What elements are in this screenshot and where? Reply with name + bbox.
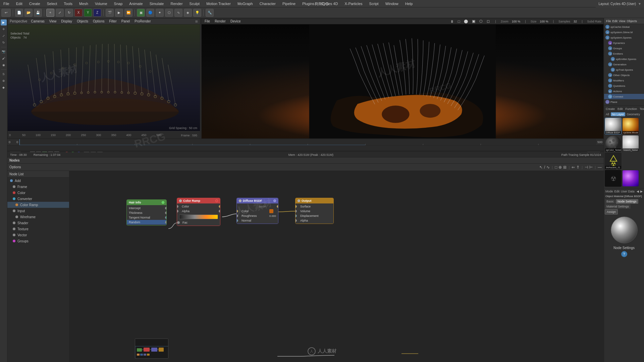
menu-pipeline[interactable]: Pipeline <box>281 1 297 6</box>
vp-menu-view[interactable]: View <box>48 19 58 23</box>
toolbar-btn-generator[interactable]: ⬡ <box>165 9 173 17</box>
mat-edit-btn[interactable]: Edit <box>616 107 624 111</box>
color-ramp-title-socket[interactable] <box>179 199 182 202</box>
viewport-render[interactable]: File Render Device ⏸ □ ⬤ ▣ ⬡ ◻ | Zoom 10… <box>201 18 604 139</box>
node-minimap[interactable] <box>135 339 168 359</box>
menu-sculpt[interactable]: Sculpt <box>188 1 201 6</box>
menu-mograph[interactable]: MoGraph <box>236 1 254 6</box>
toolbar-btn-rotate[interactable]: ↻ <box>65 9 73 17</box>
node-tool-line[interactable]: / <box>544 165 545 170</box>
vp-menu-options[interactable]: Options <box>92 19 105 23</box>
scene-item-connect[interactable]: ⊕ Connect <box>604 94 644 99</box>
node-tool-grid[interactable]: ⊞ <box>563 165 567 170</box>
menu-file[interactable]: File <box>2 1 11 6</box>
render-crop-btn[interactable]: ▣ <box>471 18 476 24</box>
toolbar-btn-object[interactable]: ▣ <box>137 9 145 17</box>
menu-render[interactable]: Render <box>169 1 184 6</box>
node-list-converter[interactable]: Converter <box>7 196 69 202</box>
render-menu-device[interactable]: Device <box>229 19 242 23</box>
node-color-ramp[interactable]: Color Ramp Color Alpha <box>177 198 220 226</box>
scene-item-other-objects[interactable]: ⊕ Other Objects <box>604 72 644 78</box>
node-hair-info[interactable]: Hair Info Intercept Thickness Tangent No… <box>126 199 167 226</box>
node-options-label[interactable]: Options <box>9 165 21 169</box>
toolbar-btn-deform[interactable]: ✦ <box>156 9 164 17</box>
menu-edit[interactable]: Edit <box>15 1 24 6</box>
tab-node-settings[interactable]: Node Settings <box>616 199 638 204</box>
node-output[interactable]: Output Surface Volume Displacement <box>295 198 334 224</box>
node-tool-circle[interactable]: ⊕ <box>558 165 562 170</box>
scene-item-slime[interactable]: ⊕ xpSystem.Slime.M <box>604 29 644 35</box>
left-tool-magnet[interactable]: ⊕ <box>1 78 7 84</box>
menu-motion-tracker[interactable]: Motion Tracker <box>205 1 232 6</box>
toolbar-btn-render[interactable]: ▶ <box>115 9 123 17</box>
scene-item-groups[interactable]: ⊕ Groups <box>604 46 644 51</box>
toolbar-btn-save[interactable]: 💾 <box>34 9 42 17</box>
vp-menu-display[interactable]: Display <box>60 19 73 23</box>
render-menu-render[interactable]: Render <box>214 19 227 23</box>
vp-menu-prorender[interactable]: ProRender <box>133 19 152 23</box>
left-tool-scale[interactable]: ⤢ <box>1 33 7 39</box>
node-tool-align-h[interactable]: ⇐ <box>572 165 575 170</box>
toolbar-btn-x[interactable]: X <box>74 9 83 17</box>
timeline-ruler[interactable] <box>19 139 596 145</box>
menu-select[interactable]: Select <box>46 1 59 6</box>
viewport-size-btn[interactable]: ⊞ <box>195 20 198 23</box>
mat-filter-all[interactable]: All <box>605 112 610 116</box>
menu-xparticles[interactable]: X-Particles <box>343 1 364 6</box>
node-diffuse-bsdf[interactable]: Diffuse BSDF BSDF Color Roug <box>236 198 278 224</box>
tab-material-settings[interactable]: Material Settings <box>605 204 631 209</box>
menu-mesh[interactable]: Mesh <box>78 1 90 6</box>
diffuse-input-socket[interactable] <box>239 199 241 202</box>
mat-create-btn[interactable]: Create <box>605 107 616 111</box>
right-menu-view[interactable]: View <box>619 19 625 23</box>
toolbar-btn-material[interactable]: 🔵 <box>146 9 154 17</box>
node-list-color-ramp[interactable]: Color Ramp <box>7 202 69 208</box>
left-tool-sculpt[interactable]: ◉ <box>1 62 7 68</box>
toolbar-btn-light[interactable]: 💡 <box>193 9 201 17</box>
node-list-texture[interactable]: Texture <box>7 226 69 232</box>
scene-item-dynamics[interactable]: ◆ Dynamics <box>604 40 644 46</box>
menu-script[interactable]: Script <box>368 1 380 6</box>
menu-help[interactable]: Help <box>404 1 414 6</box>
viewport-top-left[interactable]: Perspective Cameras View Display Objects… <box>7 18 200 139</box>
toolbar-btn-scale[interactable]: ⤢ <box>56 9 64 17</box>
output-input-socket[interactable] <box>298 199 300 202</box>
scene-item-xpcache[interactable]: ⊕ xpCache.Global <box>604 24 644 29</box>
toolbar-btn-z[interactable]: Z <box>93 9 101 17</box>
node-list-color[interactable]: Color <box>7 190 69 196</box>
node-list-frame[interactable]: Frame <box>7 184 69 190</box>
node-tool-bezier[interactable]: ∿ <box>546 165 550 170</box>
render-stop-btn[interactable]: □ <box>457 19 461 24</box>
tab-assign[interactable]: Assign <box>605 209 618 215</box>
toolbar-btn-move[interactable]: + <box>46 9 54 17</box>
scene-item-generation[interactable]: ⊕ Generation <box>604 62 644 67</box>
mat-bottom-userdata[interactable]: User Data <box>621 190 635 193</box>
node-list-shader[interactable]: Shader <box>7 220 69 226</box>
render-play-btn[interactable]: ⬤ <box>463 18 469 24</box>
vp-menu-cameras[interactable]: Cameras <box>30 19 46 23</box>
mat-function-btn[interactable]: Function <box>625 107 638 111</box>
scene-item-questions[interactable]: ? Questions <box>604 83 644 88</box>
node-list-input[interactable]: Input <box>7 208 69 214</box>
menu-simulate[interactable]: Simulate <box>148 1 165 6</box>
node-tool-minus[interactable]: — <box>598 165 602 170</box>
render-canvas[interactable]: 人人素材 RRCG <box>202 24 603 138</box>
mat-thumb-biohazard[interactable]: ☢ biohazard_01 <box>605 153 622 169</box>
mat-thumb-cyclone[interactable]: cyclone.Mould <box>622 118 639 134</box>
left-tool-snap[interactable]: S <box>1 71 7 77</box>
toolbar-btn-render-region[interactable]: 🎬 <box>106 9 114 17</box>
node-list-add[interactable]: Add <box>7 178 69 184</box>
mat-thumb-purple[interactable] <box>622 170 639 187</box>
vp-menu-objects[interactable]: Objects <box>76 19 89 23</box>
mat-texture-btn[interactable]: Texture <box>639 107 644 111</box>
scene-item-spores[interactable]: ⊕ xpSystem.Spores <box>604 35 644 40</box>
color-ramp-gradient[interactable] <box>179 215 218 219</box>
render-region-btn[interactable]: ⬡ <box>479 18 483 24</box>
toolbar-btn-spline[interactable]: ∿ <box>174 9 182 17</box>
mat-nav-prev[interactable]: ◀ <box>637 190 639 193</box>
mat-thumb-diffuse[interactable]: Diffuse BSDF <box>605 118 622 134</box>
node-list-wireframe[interactable]: Wireframe <box>7 214 69 220</box>
mat-bottom-mode[interactable]: Mode <box>605 190 613 193</box>
right-menu-edit[interactable]: Edit <box>612 19 618 23</box>
node-tool-box[interactable]: □ <box>555 165 557 170</box>
